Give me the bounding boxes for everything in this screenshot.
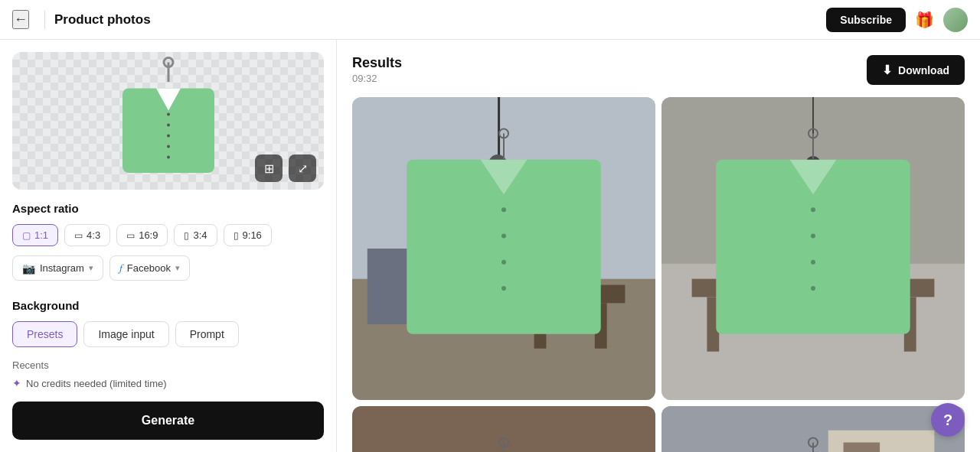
header: ← Product photos Subscribe 🎁	[0, 0, 980, 40]
recents-label: Recents	[12, 359, 324, 371]
result-image-4[interactable]	[662, 406, 965, 452]
instagram-icon: 📷	[22, 262, 35, 275]
aspect-ratio-section: Aspect ratio ▢ 1:1 ▭ 4:3 ▭ 16:9 ▯ 3:4	[12, 202, 324, 296]
results-title: Results	[352, 55, 867, 71]
background-section: Background Presets Image input Prompt Re…	[12, 299, 324, 402]
facebook-icon: 𝑓	[119, 262, 122, 275]
help-button[interactable]: ?	[931, 403, 965, 437]
aspect-icon-3-4: ▯	[184, 230, 189, 241]
download-button[interactable]: ⬇ Download	[867, 55, 965, 85]
aspect-icon-9-16: ▯	[234, 230, 239, 241]
results-info: Results 09:32	[352, 55, 867, 84]
product-preview: ⊞ ⤢	[12, 52, 324, 190]
subscribe-button[interactable]: Subscribe	[826, 8, 906, 32]
aspect-icon-16-9: ▭	[126, 230, 135, 241]
header-divider	[44, 11, 45, 29]
tab-image-input[interactable]: Image input	[83, 321, 168, 347]
user-avatar[interactable]	[943, 8, 968, 32]
facebook-button[interactable]: 𝑓 Facebook ▾	[109, 255, 190, 281]
aspect-ratio-options: ▢ 1:1 ▭ 4:3 ▭ 16:9 ▯ 3:4 ▯ 9:16	[12, 224, 324, 246]
aspect-btn-4-3[interactable]: ▭ 4:3	[64, 224, 110, 246]
main-content: ⊞ ⤢ Aspect ratio ▢ 1:1 ▭ 4:3 ▭ 16:9	[0, 40, 980, 452]
results-grid	[352, 97, 965, 452]
back-button[interactable]: ←	[12, 10, 29, 29]
expand-icon[interactable]: ⤢	[289, 154, 316, 182]
gift-icon[interactable]: 🎁	[915, 11, 934, 29]
result-image-3[interactable]	[352, 406, 655, 452]
aspect-btn-16-9[interactable]: ▭ 16:9	[116, 224, 168, 246]
results-header: Results 09:32 ⬇ Download	[352, 55, 965, 85]
background-tabs: Presets Image input Prompt	[12, 321, 324, 347]
right-panel: Results 09:32 ⬇ Download	[337, 40, 980, 452]
left-panel: ⊞ ⤢ Aspect ratio ▢ 1:1 ▭ 4:3 ▭ 16:9	[0, 40, 337, 452]
aspect-btn-3-4[interactable]: ▯ 3:4	[174, 224, 217, 246]
instagram-chevron-icon: ▾	[89, 263, 93, 273]
result-image-2[interactable]	[662, 97, 965, 400]
generate-button[interactable]: Generate	[12, 402, 324, 440]
aspect-btn-9-16[interactable]: ▯ 9:16	[224, 224, 272, 246]
download-icon: ⬇	[882, 63, 892, 77]
aspect-ratio-label: Aspect ratio	[12, 202, 324, 215]
credits-note: ✦ No credits needed (limited time)	[12, 377, 324, 389]
instagram-button[interactable]: 📷 Instagram ▾	[12, 255, 103, 281]
tab-presets[interactable]: Presets	[12, 321, 77, 347]
page-title: Product photos	[54, 12, 151, 28]
facebook-chevron-icon: ▾	[175, 263, 180, 273]
aspect-icon-1-1: ▢	[22, 230, 31, 241]
crop-icon[interactable]: ⊞	[255, 154, 283, 182]
background-label: Background	[12, 299, 324, 312]
results-time: 09:32	[352, 73, 867, 84]
aspect-icon-4-3: ▭	[74, 230, 83, 241]
social-options: 📷 Instagram ▾ 𝑓 Facebook ▾	[12, 255, 324, 281]
tab-prompt[interactable]: Prompt	[175, 321, 239, 347]
preview-controls: ⊞ ⤢	[255, 154, 316, 182]
result-image-1[interactable]	[352, 97, 655, 400]
aspect-btn-1-1[interactable]: ▢ 1:1	[12, 224, 58, 246]
diamond-icon: ✦	[12, 377, 21, 389]
